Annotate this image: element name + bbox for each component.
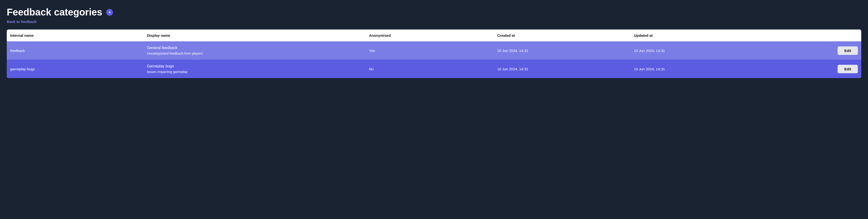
cell-actions: Edit [767,41,861,60]
column-header-display-name: Display name [144,29,366,41]
cell-anonymised: No [366,60,494,78]
display-name-text: Gameplay bugs [147,64,362,69]
cell-anonymised: Yes [366,41,494,60]
categories-table-container: Internal name Display name Anonymised Cr… [7,29,861,78]
cell-updated-at: 10 Jun 2024, 14:31 [630,60,767,78]
page-title: Feedback categories [7,7,102,18]
add-category-button[interactable] [106,9,113,16]
table-row: feedback General feedback Uncategorised … [7,41,861,60]
back-to-feedback-link[interactable]: Back to feedback [7,20,36,24]
cell-internal-name: feedback [7,41,144,60]
edit-button[interactable]: Edit [838,47,858,55]
categories-table: Internal name Display name Anonymised Cr… [7,29,861,78]
cell-display-name: Gameplay bugs Issues impacting gameplay [144,60,366,78]
column-header-updated-at: Updated at [630,29,767,41]
edit-button[interactable]: Edit [838,65,858,73]
display-description-text: Issues impacting gameplay [147,70,362,74]
cell-display-name: General feedback Uncategorised feedback … [144,41,366,60]
cell-internal-name: gameplay-bugs [7,60,144,78]
column-header-anonymised: Anonymised [366,29,494,41]
column-header-created-at: Created at [494,29,630,41]
plus-icon [107,10,112,14]
table-row: gameplay-bugs Gameplay bugs Issues impac… [7,60,861,78]
cell-created-at: 10 Jun 2024, 14:31 [494,60,630,78]
column-header-actions [767,29,861,41]
display-name-text: General feedback [147,46,362,50]
cell-updated-at: 10 Jun 2024, 14:31 [630,41,767,60]
column-header-internal-name: Internal name [7,29,144,41]
cell-created-at: 10 Jun 2024, 14:31 [494,41,630,60]
display-description-text: Uncategorised feedback from players [147,52,362,55]
cell-actions: Edit [767,60,861,78]
